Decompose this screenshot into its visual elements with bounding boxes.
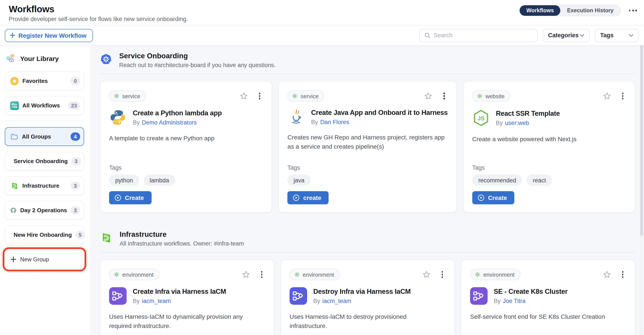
- sidebar-item-all-groups[interactable]: All Groups 4: [5, 127, 84, 146]
- tag-pill[interactable]: recommended: [472, 175, 522, 186]
- favorite-star-icon[interactable]: [422, 270, 431, 279]
- workflow-card: environment Create Infra via Harness IaC…: [100, 260, 274, 335]
- sidebar-item-new-hire-onboarding[interactable]: New Hire Onboarding 5: [5, 225, 84, 244]
- create-button[interactable]: create: [288, 191, 329, 204]
- card-title: React SSR Template: [496, 110, 560, 118]
- toolbar: Register New Workflow Categories Tags: [0, 26, 644, 46]
- search-icon: [424, 32, 431, 39]
- create-button[interactable]: Create: [472, 191, 514, 204]
- card-title: Create Infra via Harness IaCM: [133, 288, 226, 295]
- kebab-menu-icon[interactable]: [260, 270, 263, 279]
- view-toggle: Workflows Execution History: [519, 5, 621, 16]
- owner-link[interactable]: Demo Administrators: [142, 119, 197, 126]
- workflow-card: service: [100, 81, 272, 213]
- create-button[interactable]: Create: [109, 191, 151, 204]
- iacm-flowchart-icon: [290, 287, 307, 305]
- page-header: Workflows Provide developer self-service…: [0, 0, 644, 26]
- card-description: Create a website powered with Next.js: [472, 135, 626, 144]
- count-badge: 4: [70, 132, 80, 141]
- owner-link[interactable]: Dan Flores: [320, 119, 349, 125]
- tab-workflows[interactable]: Workflows: [520, 5, 560, 16]
- new-group-button[interactable]: New Group: [5, 250, 84, 269]
- owner-link[interactable]: iacm_team: [142, 298, 171, 304]
- owner-link[interactable]: Joe Titra: [503, 298, 526, 304]
- section-title: Service Onboarding: [119, 52, 276, 60]
- workflow-card: environment SE - Create K8s Cluster: [461, 260, 635, 335]
- owner-link[interactable]: user:web: [505, 120, 529, 126]
- kebab-menu-icon[interactable]: [258, 92, 261, 100]
- count-badge: 23: [68, 101, 80, 110]
- favorite-star-icon[interactable]: [239, 91, 248, 101]
- sidebar-item-infrastructure[interactable]: Infrastructure 3: [5, 176, 84, 195]
- kebab-menu-icon[interactable]: [440, 270, 444, 279]
- search-input[interactable]: [434, 32, 533, 39]
- register-new-workflow-button[interactable]: Register New Workflow: [5, 29, 93, 42]
- count-badge: 3: [71, 157, 81, 165]
- infrastructure-icon: [100, 231, 112, 244]
- vertical-scrollbar: [640, 43, 643, 335]
- tags-dropdown[interactable]: Tags: [595, 29, 639, 42]
- owner-link[interactable]: iacm_team: [322, 298, 351, 304]
- tags-label: Tags: [288, 164, 448, 171]
- type-chip: environment: [109, 269, 159, 280]
- iacm-flowchart-icon: [470, 287, 488, 305]
- tag-pill[interactable]: react: [526, 175, 552, 186]
- tab-execution-history[interactable]: Execution History: [560, 5, 620, 16]
- scrollbar-thumb[interactable]: [640, 43, 643, 236]
- tag-pill[interactable]: java: [288, 175, 310, 186]
- library-header: Your Library: [6, 54, 84, 64]
- gear-icon: [114, 271, 120, 277]
- kebab-menu-icon[interactable]: [621, 270, 624, 279]
- gear-icon: [474, 271, 480, 277]
- sidebar-item-day-2-operations[interactable]: Day 2 Operations 3: [5, 201, 84, 220]
- plus-icon: [10, 33, 15, 38]
- section-subtitle: Reach out to #architecture-board if you …: [119, 62, 276, 68]
- tags-label: Tags: [472, 164, 626, 171]
- kubernetes-icon: [100, 53, 112, 65]
- card-description: Creates new GH Repo and Harness project,…: [288, 133, 448, 151]
- workflow-groups-panel: Service Onboarding Reach out to #archite…: [91, 46, 644, 335]
- chevron-down-icon: [629, 34, 634, 37]
- gear-icon: [477, 93, 483, 99]
- sidebar-item-all-workflows[interactable]: All Workflows 23: [5, 96, 84, 115]
- infrastructure-icon: [10, 181, 19, 190]
- card-title: Create a Python lambda app: [133, 109, 222, 117]
- categories-dropdown[interactable]: Categories: [543, 29, 590, 42]
- card-title: Create Java App and Onboard it to Harnes…: [311, 109, 448, 117]
- type-chip: service: [288, 90, 324, 102]
- section-divider: [100, 74, 635, 74]
- tag-pill[interactable]: python: [109, 175, 139, 186]
- gear-icon: [114, 93, 120, 99]
- sidebar-item-service-onboarding[interactable]: Service Onboarding 3: [5, 152, 84, 171]
- sidebar-item-favorites[interactable]: Favorites 0: [5, 72, 84, 90]
- count-badge: 0: [70, 77, 80, 85]
- day2-operations-icon: [10, 206, 17, 215]
- section-title: Infrastructure: [120, 230, 244, 238]
- favorite-star-icon[interactable]: [602, 91, 611, 101]
- section-subtitle: All infrastructure workflows. Owner: #in…: [120, 240, 244, 247]
- nodejs-icon: JS: [472, 109, 490, 127]
- type-chip: website: [472, 90, 510, 102]
- gear-icon: [294, 271, 300, 277]
- section-infrastructure: Infrastructure All infrastructure workfl…: [100, 230, 635, 335]
- card-description: Uses Harness-IaCM to destroy provisioned…: [290, 312, 446, 330]
- sidebar: Your Library Favorites 0 All Workflows 2…: [0, 46, 91, 335]
- count-badge: 3: [70, 182, 80, 190]
- workflow-card: website JS: [463, 81, 635, 213]
- python-icon: [109, 109, 126, 126]
- page-subtitle: Provide developer self-service for flows…: [9, 16, 188, 22]
- tag-pill[interactable]: lambda: [144, 175, 175, 186]
- count-badge: 5: [75, 231, 85, 239]
- kebab-menu-icon[interactable]: [443, 92, 446, 100]
- library-cubes-icon: [6, 54, 16, 64]
- type-chip: environment: [470, 269, 520, 280]
- kebab-menu-icon[interactable]: [621, 92, 624, 100]
- section-service-onboarding: Service Onboarding Reach out to #archite…: [100, 52, 635, 213]
- play-icon: [293, 194, 300, 201]
- folder-icon: [10, 132, 18, 141]
- favorite-star-icon[interactable]: [241, 270, 250, 279]
- gear-icon: [292, 93, 298, 99]
- favorite-star-icon[interactable]: [424, 91, 433, 101]
- more-menu-icon[interactable]: [628, 8, 638, 13]
- favorite-star-icon[interactable]: [602, 270, 611, 279]
